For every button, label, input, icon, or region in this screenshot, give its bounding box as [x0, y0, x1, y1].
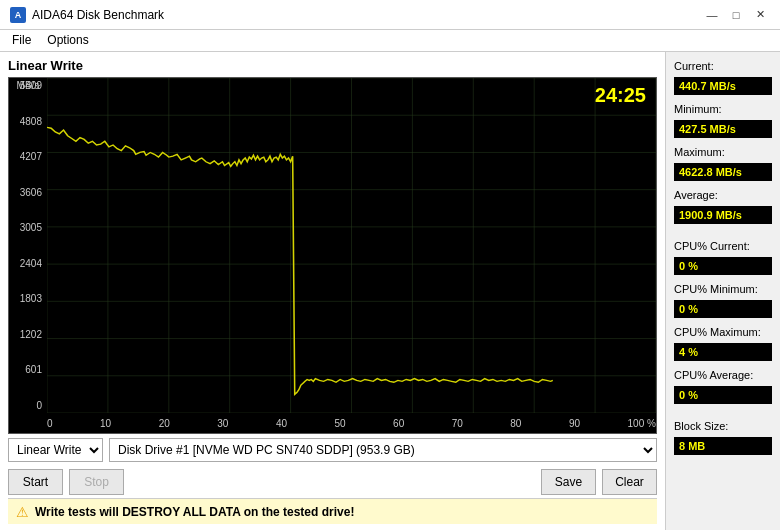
- save-button[interactable]: Save: [541, 469, 596, 495]
- x-label-10: 100 %: [628, 418, 656, 429]
- start-button[interactable]: Start: [8, 469, 63, 495]
- cpu-maximum-value: 4 %: [674, 343, 772, 361]
- chart-inner: [47, 78, 656, 413]
- cpu-maximum-label: CPU% Maximum:: [674, 326, 772, 338]
- title-controls: — □ ✕: [702, 6, 770, 24]
- current-label: Current:: [674, 60, 772, 72]
- average-label: Average:: [674, 189, 772, 201]
- x-label-1: 10: [100, 418, 111, 429]
- minimum-label: Minimum:: [674, 103, 772, 115]
- menu-file[interactable]: File: [4, 32, 39, 49]
- stop-button[interactable]: Stop: [69, 469, 124, 495]
- x-label-5: 50: [334, 418, 345, 429]
- drive-select[interactable]: Disk Drive #1 [NVMe WD PC SN740 SDDP] (9…: [109, 438, 657, 462]
- maximum-label: Maximum:: [674, 146, 772, 158]
- menu-bar: File Options: [0, 30, 780, 52]
- y-axis-labels: 5409 4808 4207 3606 3005 2404 1803 1202 …: [9, 78, 47, 413]
- minimize-button[interactable]: —: [702, 6, 722, 24]
- block-size-label: Block Size:: [674, 420, 772, 432]
- right-panel: Current: 440.7 MB/s Minimum: 427.5 MB/s …: [665, 52, 780, 530]
- warning-icon: ⚠: [16, 504, 29, 520]
- x-label-9: 90: [569, 418, 580, 429]
- app-icon: A: [10, 7, 26, 23]
- x-label-7: 70: [452, 418, 463, 429]
- controls-row: Linear Write Disk Drive #1 [NVMe WD PC S…: [8, 434, 657, 466]
- chart-svg: [47, 78, 656, 413]
- x-label-2: 20: [159, 418, 170, 429]
- x-axis-labels: 0 10 20 30 40 50 60 70 80 90 100 %: [47, 413, 656, 433]
- x-label-3: 30: [217, 418, 228, 429]
- y-label-3: 3606: [11, 187, 45, 198]
- x-label-8: 80: [510, 418, 521, 429]
- x-label-0: 0: [47, 418, 53, 429]
- y-label-4: 3005: [11, 222, 45, 233]
- maximum-value: 4622.8 MB/s: [674, 163, 772, 181]
- cpu-minimum-label: CPU% Minimum:: [674, 283, 772, 295]
- warning-text: Write tests will DESTROY ALL DATA on the…: [35, 505, 354, 519]
- current-value: 440.7 MB/s: [674, 77, 772, 95]
- cpu-minimum-value: 0 %: [674, 300, 772, 318]
- chart-container: MB/s 24:25 5409 4808 4207 3606 3005 2404…: [8, 77, 657, 434]
- chart-area: Linear Write MB/s 24:25 5409 4808 4207 3…: [0, 52, 665, 530]
- close-button[interactable]: ✕: [750, 6, 770, 24]
- cpu-average-label: CPU% Average:: [674, 369, 772, 381]
- x-label-4: 40: [276, 418, 287, 429]
- y-label-6: 1803: [11, 293, 45, 304]
- y-label-1: 4808: [11, 116, 45, 127]
- main-content: Linear Write MB/s 24:25 5409 4808 4207 3…: [0, 52, 780, 530]
- title-bar-left: A AIDA64 Disk Benchmark: [10, 7, 164, 23]
- clear-button[interactable]: Clear: [602, 469, 657, 495]
- menu-options[interactable]: Options: [39, 32, 96, 49]
- minimum-value: 427.5 MB/s: [674, 120, 772, 138]
- window-title: AIDA64 Disk Benchmark: [32, 8, 164, 22]
- maximize-button[interactable]: □: [726, 6, 746, 24]
- y-label-5: 2404: [11, 258, 45, 269]
- average-value: 1900.9 MB/s: [674, 206, 772, 224]
- mode-select[interactable]: Linear Write: [8, 438, 103, 462]
- block-size-value: 8 MB: [674, 437, 772, 455]
- y-label-7: 1202: [11, 329, 45, 340]
- chart-title: Linear Write: [8, 58, 657, 73]
- cpu-current-value: 0 %: [674, 257, 772, 275]
- cpu-average-value: 0 %: [674, 386, 772, 404]
- x-label-6: 60: [393, 418, 404, 429]
- cpu-current-label: CPU% Current:: [674, 240, 772, 252]
- y-label-0: 5409: [11, 80, 45, 91]
- y-label-8: 601: [11, 364, 45, 375]
- y-label-2: 4207: [11, 151, 45, 162]
- title-bar: A AIDA64 Disk Benchmark — □ ✕: [0, 0, 780, 30]
- warning-bar: ⚠ Write tests will DESTROY ALL DATA on t…: [8, 498, 657, 524]
- y-label-9: 0: [11, 400, 45, 411]
